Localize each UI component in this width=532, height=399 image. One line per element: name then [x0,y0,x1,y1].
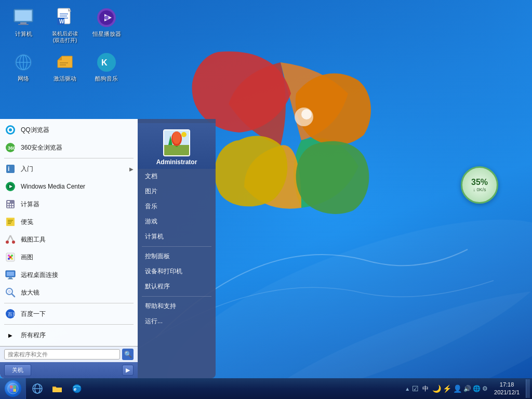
right-menu-computer[interactable]: 计算机 [138,229,216,244]
menu-item-qq-browser[interactable]: QQ浏览器 [0,121,138,139]
svg-point-5 [301,109,312,119]
clock-time: 17:18 [500,381,514,389]
right-menu-control-panel[interactable]: 控制面板 [138,249,216,264]
qqmusic-label: 酷狗音乐 [95,75,118,82]
search-button[interactable]: 🔍 [122,349,134,360]
right-menu-documents[interactable]: 文档 [138,169,216,184]
tray-speaker-icon[interactable]: 🔊 [463,385,471,392]
speed-value: ↓ 0K/s [473,187,486,192]
right-menu-run[interactable]: 运行... [138,314,216,329]
username-label: Administrator [156,158,197,166]
menu-item-magnifier[interactable]: 放大镜 [0,284,138,301]
tray-user-icon[interactable]: 👤 [453,384,462,393]
360-browser-icon: 360 [4,141,17,154]
speed-widget[interactable]: 35% ↓ 0K/s [461,166,498,204]
desktop-icon-row-2: 网络 激活驱动 K [5,50,125,84]
svg-point-77 [8,383,18,394]
menu-item-baidu[interactable]: 百度 百度一下 [0,305,138,323]
language-indicator[interactable]: 中 [420,383,431,394]
start-menu-left-panel: QQ浏览器 360 360安全浏览器 [0,119,138,378]
right-menu-default-programs[interactable]: 默认程序 [138,279,216,294]
tray-network-status-icon[interactable]: 🌐 [473,385,481,392]
right-menu-divider-1 [142,246,211,247]
menu-item-360-browser[interactable]: 360 360安全浏览器 [0,139,138,156]
tray-gear-icon[interactable]: ⚙ [482,385,488,392]
desktop-icon-install-readme[interactable]: W 装机后必读(双击打开) [47,5,83,46]
svg-rect-43 [12,204,14,205]
sticky-notes-icon [4,216,17,228]
menu-item-calculator[interactable]: 计算器 [0,195,138,213]
menu-item-sticky-notes[interactable]: 便笺 [0,213,138,231]
menu-item-all-programs[interactable]: ▶ 所有程序 [0,326,138,344]
search-input[interactable] [4,349,120,360]
user-avatar[interactable] [163,129,190,156]
taskbar-network-icon[interactable] [28,379,47,398]
taskbar-folder-icon[interactable] [48,379,66,398]
desktop-icon-media-player[interactable]: 恒星播放器 [88,5,125,46]
calculator-icon [4,198,17,210]
shutdown-arrow-button[interactable]: ▶ [122,365,134,376]
svg-point-54 [12,241,15,244]
svg-rect-45 [10,206,11,208]
media-player-label: 恒星播放器 [92,30,121,37]
computer-icon-label: 计算机 [15,30,32,37]
menu-items-list: QQ浏览器 360 360安全浏览器 [0,119,138,346]
svg-rect-41 [7,204,9,205]
qq-browser-icon [4,124,17,136]
svg-point-76 [181,132,187,137]
svg-point-60 [9,256,12,259]
desktop-icon-qqmusic[interactable]: K 酷狗音乐 [88,50,125,84]
svg-rect-46 [12,206,14,208]
svg-rect-11 [60,14,68,15]
svg-point-67 [8,290,11,293]
right-menu-devices[interactable]: 设备和打印机 [138,264,216,279]
desktop-icon-network[interactable]: 网络 [5,50,42,84]
svg-point-19 [104,16,109,20]
desktop-icon-computer[interactable]: 计算机 [5,5,42,46]
right-menu-help[interactable]: 帮助和支持 [138,299,216,314]
shutdown-button[interactable]: 关机 [4,364,31,376]
menu-item-remote-desktop[interactable]: 远程桌面连接 [0,266,138,284]
baidu-icon: 百度 [4,308,17,320]
svg-point-75 [172,131,181,144]
taskbar-ie-icon[interactable]: e [68,379,86,398]
tray-expand-arrow[interactable]: ▲ [405,386,410,392]
remote-desktop-icon [4,269,17,281]
svg-rect-26 [60,64,66,65]
svg-rect-9 [18,24,29,25]
magnifier-icon [4,286,17,299]
svg-rect-81 [52,388,62,392]
svg-point-31 [9,128,12,131]
tray-power-icon[interactable]: ⚡ [443,384,451,393]
right-menu-music[interactable]: 音乐 [138,199,216,214]
start-button[interactable] [0,378,26,399]
wmc-icon [4,180,17,193]
desktop-icon-driver[interactable]: 激活驱动 [47,50,83,84]
start-orb-icon [5,380,21,397]
svg-rect-44 [7,206,9,208]
menu-item-paint[interactable]: 画图 [0,248,138,266]
document-icon: W [55,7,75,28]
show-desktop-button[interactable] [526,379,530,398]
menu-item-snipping-tool[interactable]: 截图工具 [0,231,138,248]
svg-rect-8 [20,22,26,24]
right-menu-divider-2 [142,296,211,297]
menu-divider-3 [4,324,134,325]
driver-icon [55,52,75,73]
svg-point-53 [6,241,9,244]
svg-rect-40 [7,201,10,203]
menu-bottom: 关机 ▶ [0,362,138,378]
clock-date: 2021/12/1 [494,389,520,396]
tray-checkbox-icon[interactable]: ☑ [412,384,419,393]
desktop: 计算机 W 装机后必读(双击打开) [0,0,532,399]
right-menu-games[interactable]: 游戏 [138,214,216,229]
tray-icons-area: ☑ 中 🌙 ⚡ 👤 🔊 🌐 ⚙ [412,383,488,394]
menu-item-intro[interactable]: i 入门 ▶ [0,160,138,178]
svg-line-66 [12,294,15,297]
menu-item-windows-media-center[interactable]: Windows Media Center [0,178,138,195]
svg-text:360: 360 [8,145,16,151]
clock[interactable]: 17:18 2021/12/1 [490,380,524,398]
svg-text:i: i [8,165,9,172]
tray-moon-icon[interactable]: 🌙 [432,384,441,393]
right-menu-pictures[interactable]: 图片 [138,184,216,199]
